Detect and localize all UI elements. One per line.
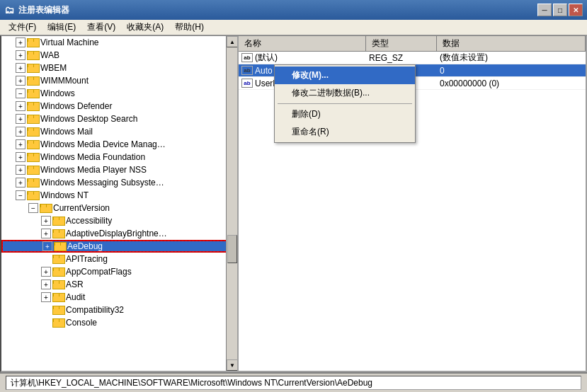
tree-item-label: Audit [66,292,85,302]
tree-item-label: ASR [66,279,84,289]
tree-item-adaptive-display[interactable]: + AdaptiveDisplayBrightne… [1,227,237,240]
expand-icon: + [16,38,25,47]
expand-icon: + [16,101,25,111]
tree-item-wimmount[interactable]: + WIMMMount [1,74,237,87]
tree-item-label: AdaptiveDisplayBrightne… [66,229,167,238]
menu-edit[interactable]: 编辑(E) [42,20,81,35]
expand-icon: + [41,229,51,238]
col-header-data[interactable]: 数据 [437,36,586,51]
expand-icon: + [16,76,25,86]
scroll-down-arrow[interactable]: ▼ [227,359,238,371]
menu-view[interactable]: 查看(V) [81,20,121,35]
right-pane: 名称 类型 数据 ab (默认) REG_SZ (数值未设置) ab Auto … [239,36,586,371]
expand-icon: + [16,114,25,124]
expand-icon: + [16,178,25,188]
folder-icon [27,140,38,149]
expand-icon: + [41,216,51,226]
table-header: 名称 类型 数据 [239,36,586,52]
cell-name: ab (默认) [239,52,366,64]
tree-item-windows-messaging[interactable]: + Windows Messaging Subsyste… [1,176,237,189]
tree-item-current-version[interactable]: − CurrentVersion [1,202,237,214]
close-button[interactable]: ✕ [569,4,583,16]
reg-value-icon: ab [241,79,253,88]
expand-icon: − [28,203,38,213]
row-name-label: Auto [255,66,273,76]
tree-item-wbem[interactable]: + WBEM [1,62,237,74]
tree-item-aedebug[interactable]: + AeDebug [1,240,237,253]
expand-icon: + [41,267,51,277]
ctx-separator [278,103,412,104]
tree-item-windows[interactable]: − Windows [1,87,237,100]
folder-icon [27,127,38,137]
scroll-up-arrow[interactable]: ▲ [227,36,238,47]
ctx-item-modify-binary[interactable]: 修改二进制数据(B)... [275,84,415,102]
tree-item-label: CurrentVersion [53,203,110,213]
tree-item-audit[interactable]: + Audit [1,291,237,304]
tree-item-label: Windows Media Device Manag… [40,139,166,149]
expand-icon: + [42,241,52,251]
tree-item-windows-mail[interactable]: + Windows Mail [1,125,237,138]
menu-file[interactable]: 文件(F) [3,20,42,35]
cell-data: (数值未设置) [437,52,586,64]
reg-value-icon: ab [241,53,253,62]
tree-item-asr[interactable]: + ASR [1,278,237,291]
tree-item-virtual-machine[interactable]: + Virtual Machine [1,36,237,49]
tree-item-windows-desktop-search[interactable]: + Windows Desktop Search [1,113,237,125]
tree-item-console[interactable]: Console [1,316,237,329]
tree-item-label: Virtual Machine [40,38,99,47]
scroll-thumb[interactable] [227,235,237,263]
tree-item-apitracing[interactable]: APITracing [1,253,237,265]
folder-icon [40,204,51,213]
folder-icon [52,267,64,277]
expand-icon: + [41,279,51,289]
ctx-item-delete[interactable]: 删除(D) [275,105,415,123]
scroll-track [227,47,237,359]
main-area: + Virtual Machine + WAB + WBEM + WIMMMou… [0,35,587,372]
context-menu: 修改(M)... 修改二进制数据(B)... 删除(D) 重命名(R) [274,64,416,143]
tree-item-windows-media-foundation[interactable]: + Windows Media Foundation [1,151,237,163]
tree-item-accessibility[interactable]: + Accessibility [1,214,237,227]
tree-item-windows-media-device[interactable]: + Windows Media Device Manag… [1,138,237,151]
col-header-name[interactable]: 名称 [239,36,366,51]
expand-icon: + [16,127,25,137]
tree-item-label: APITracing [66,254,108,264]
folder-icon [52,280,64,289]
tree-item-label: Console [66,318,97,328]
folder-icon [27,166,38,175]
tree-item-windows-media-player[interactable]: + Windows Media Player NSS [1,163,237,176]
reg-value-icon: ab [241,66,253,75]
expand-icon: + [16,152,25,162]
tree-item-windows-defender[interactable]: + Windows Defender [1,100,237,113]
ctx-item-rename[interactable]: 重命名(R) [275,123,415,141]
maximize-button[interactable]: □ [553,4,567,16]
minimize-button[interactable]: ─ [537,4,552,16]
tree-item-appcompatflags[interactable]: + AppCompatFlags [1,265,237,278]
tree-item-label: Compatibility32 [66,305,124,315]
col-header-type[interactable]: 类型 [366,36,437,51]
table-row[interactable]: ab (默认) REG_SZ (数值未设置) [239,52,586,64]
title-bar: 🗂 注册表编辑器 ─ □ ✕ [0,0,587,20]
tree-item-compatibility32[interactable]: Compatibility32 [1,304,237,316]
status-bar: 计算机\HKEY_LOCAL_MACHINE\SOFTWARE\Microsof… [0,372,587,392]
expand-icon: + [41,292,51,302]
tree-item-label: Windows [40,88,75,98]
tree-item-windows-nt[interactable]: − Windows NT [1,189,237,202]
menu-favorites[interactable]: 收藏夹(A) [121,20,169,35]
expand-icon: + [16,139,25,149]
folder-icon [27,38,38,47]
tree-item-label: Windows Media Foundation [40,152,145,162]
row-name-label: (默认) [255,52,278,64]
expand-icon: − [16,190,25,200]
tree-pane: + Virtual Machine + WAB + WBEM + WIMMMou… [1,36,239,371]
tree-item-wab[interactable]: + WAB [1,49,237,62]
ctx-item-modify[interactable]: 修改(M)... [275,67,415,84]
tree-item-label: AppCompatFlags [66,267,132,277]
expand-icon: + [16,63,25,73]
tree-item-label: WAB [40,50,59,60]
tree-item-label: AeDebug [67,241,103,251]
folder-icon [27,89,38,98]
folder-icon [27,64,38,73]
folder-icon [52,255,64,264]
menu-help[interactable]: 帮助(H) [169,20,210,35]
folder-icon [52,229,64,238]
